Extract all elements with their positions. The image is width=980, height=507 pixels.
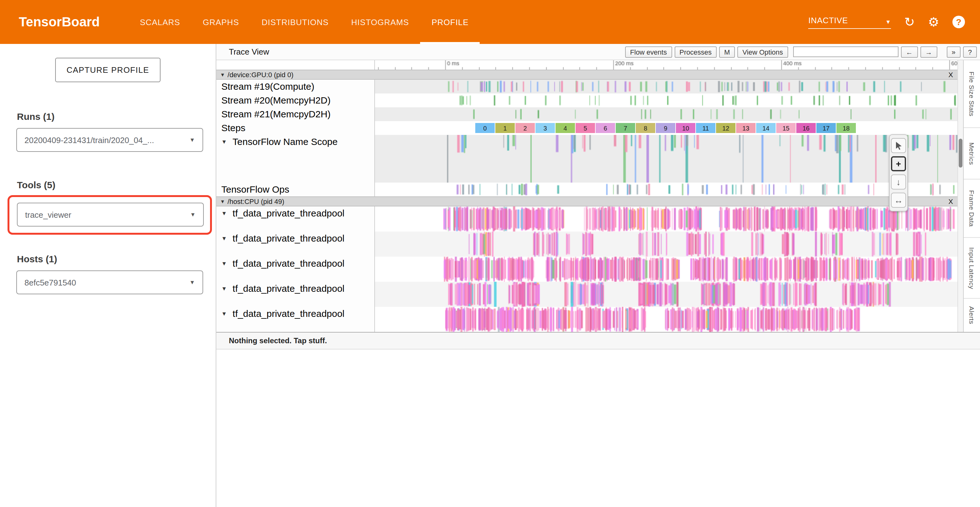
timing-tool-button[interactable]: ↔: [891, 193, 906, 208]
collapse-controls-button[interactable]: »: [947, 46, 961, 57]
refresh-icon[interactable]: ↻: [904, 16, 915, 28]
trace-search-input[interactable]: [793, 46, 899, 57]
step-block[interactable]: 18: [837, 123, 856, 133]
row-label-text: tf_data_private_threadpool: [232, 208, 345, 218]
step-block[interactable]: 5: [576, 123, 595, 133]
cpu-section-title: /host:CPU (pid 49): [228, 198, 284, 205]
row-track: [375, 282, 958, 307]
step-block[interactable]: 7: [616, 123, 635, 133]
step-block[interactable]: 1: [495, 123, 515, 133]
help-icon[interactable]: ?: [952, 16, 965, 28]
step-block[interactable]: 6: [596, 123, 615, 133]
step-block[interactable]: 12: [716, 123, 735, 133]
cpu-section-header[interactable]: ▼ /host:CPU (pid 49) X: [216, 196, 958, 206]
collapse-arrow-icon: ▼: [221, 210, 227, 217]
trace-row-canvas[interactable]: [375, 257, 958, 282]
hosts-select[interactable]: 8efc5e791540 ▼: [16, 271, 203, 294]
trace-row-canvas[interactable]: [375, 80, 958, 94]
find-next-button[interactable]: →: [920, 46, 937, 57]
trace-row-canvas[interactable]: [375, 231, 958, 257]
row-label-tensorflow-name-scope[interactable]: ▼ TensorFlow Name Scope: [216, 135, 375, 183]
header-controls: INACTIVE ▼ ↻ ⚙ ?: [808, 0, 965, 44]
row-label-threadpool-3[interactable]: ▼ tf_data_private_threadpool: [216, 257, 375, 282]
trace-row: Stream #19(Compute): [216, 80, 958, 94]
row-label-threadpool-5[interactable]: ▼ tf_data_private_threadpool: [216, 307, 375, 332]
trace-row-canvas[interactable]: [375, 107, 958, 121]
side-tab-file-size-stats[interactable]: File Size Stats: [964, 60, 980, 128]
tab-graphs[interactable]: GRAPHS: [191, 0, 250, 44]
step-block[interactable]: 13: [736, 123, 756, 133]
gear-icon[interactable]: ⚙: [928, 16, 939, 28]
selection-tool-button[interactable]: [891, 138, 906, 153]
view-options-button[interactable]: View Options: [737, 46, 788, 57]
step-block[interactable]: 2: [515, 123, 535, 133]
trace-row-threadpool: ▼ tf_data_private_threadpool: [216, 307, 958, 332]
step-block[interactable]: 4: [555, 123, 575, 133]
trace-vertical-scrollbar[interactable]: [958, 60, 963, 332]
close-icon[interactable]: X: [948, 71, 953, 78]
row-label-text: tf_data_private_threadpool: [232, 258, 345, 269]
side-tab-metrics[interactable]: Metrics: [964, 128, 980, 179]
metadata-button[interactable]: M: [719, 46, 735, 57]
row-label-steps[interactable]: Steps: [216, 121, 375, 135]
app-body: CAPTURE PROFILE Runs (1) 20200409-231431…: [0, 44, 980, 507]
row-track: [375, 231, 958, 257]
tab-scalars[interactable]: SCALARS: [129, 0, 191, 44]
step-block[interactable]: 11: [696, 123, 715, 133]
row-label-threadpool-2[interactable]: ▼ tf_data_private_threadpool: [216, 231, 375, 257]
step-block[interactable]: 14: [756, 123, 776, 133]
scrollbar-thumb[interactable]: [959, 139, 963, 167]
zoom-tool-button[interactable]: ↓: [891, 174, 906, 190]
hosts-select-value: 8efc5e791540: [24, 277, 76, 287]
row-label-threadpool-4[interactable]: ▼ tf_data_private_threadpool: [216, 282, 375, 307]
tab-histograms[interactable]: HISTOGRAMS: [340, 0, 420, 44]
row-track: [375, 307, 958, 332]
trace-rows-area: ▼ /device:GPU:0 (pid 0) X Stream #19(Com…: [216, 60, 980, 332]
tools-select[interactable]: trace_viewer ▼: [17, 202, 204, 226]
annotation-highlight-box: trace_viewer ▼: [8, 195, 212, 235]
trace-row-canvas[interactable]: [375, 135, 958, 183]
run-status-dropdown[interactable]: INACTIVE ▼: [808, 15, 891, 29]
collapse-arrow-icon: ▼: [221, 260, 227, 267]
row-label-stream-21[interactable]: Stream #21(MemcpyD2H): [216, 107, 375, 121]
step-block[interactable]: 16: [796, 123, 816, 133]
step-block[interactable]: 0: [475, 123, 495, 133]
row-label-stream-19[interactable]: Stream #19(Compute): [216, 80, 375, 94]
capture-profile-button[interactable]: CAPTURE PROFILE: [55, 58, 161, 82]
flow-events-button[interactable]: Flow events: [625, 46, 672, 57]
tab-distributions[interactable]: DISTRIBUTIONS: [250, 0, 340, 44]
tools-select-value: trace_viewer: [25, 210, 71, 219]
step-block[interactable]: 9: [656, 123, 675, 133]
collapse-arrow-icon: ▼: [220, 199, 225, 204]
side-tab-frame-data[interactable]: Frame Data: [964, 179, 980, 238]
side-tab-alerts[interactable]: Alerts: [964, 299, 980, 332]
side-tab-input-latency[interactable]: Input Latency: [964, 238, 980, 299]
trace-help-button[interactable]: ?: [963, 46, 977, 57]
timeline-ruler[interactable]: [375, 60, 958, 70]
trace-row-canvas[interactable]: [375, 94, 958, 107]
row-track: [375, 94, 958, 107]
pan-tool-button[interactable]: +: [891, 156, 906, 171]
row-track: [375, 257, 958, 282]
trace-row-canvas[interactable]: [375, 183, 958, 196]
step-block[interactable]: 15: [776, 123, 795, 133]
row-label-stream-20[interactable]: Stream #20(MemcpyH2D): [216, 94, 375, 107]
step-block[interactable]: 10: [676, 123, 695, 133]
trace-row-canvas[interactable]: [375, 307, 958, 332]
runs-label: Runs (1): [17, 111, 216, 122]
find-previous-button[interactable]: ←: [901, 46, 918, 57]
tab-profile[interactable]: PROFILE: [420, 0, 480, 44]
trace-row-canvas[interactable]: [375, 206, 958, 231]
processes-button[interactable]: Processes: [675, 46, 717, 57]
close-icon[interactable]: X: [948, 198, 953, 205]
runs-select[interactable]: 20200409-231431/train/2020_04_... ▼: [16, 128, 203, 152]
gpu-section-header[interactable]: ▼ /device:GPU:0 (pid 0) X: [216, 70, 958, 80]
row-label-tensorflow-ops[interactable]: TensorFlow Ops: [216, 183, 375, 196]
step-block[interactable]: 8: [636, 123, 655, 133]
side-tab-strip: File Size Stats Metrics Frame Data Input…: [963, 60, 980, 332]
row-label-threadpool-1[interactable]: ▼ tf_data_private_threadpool: [216, 206, 375, 231]
row-label-text: tf_data_private_threadpool: [232, 233, 345, 244]
step-block[interactable]: 17: [816, 123, 836, 133]
step-block[interactable]: 3: [535, 123, 555, 133]
trace-row-canvas[interactable]: [375, 282, 958, 307]
